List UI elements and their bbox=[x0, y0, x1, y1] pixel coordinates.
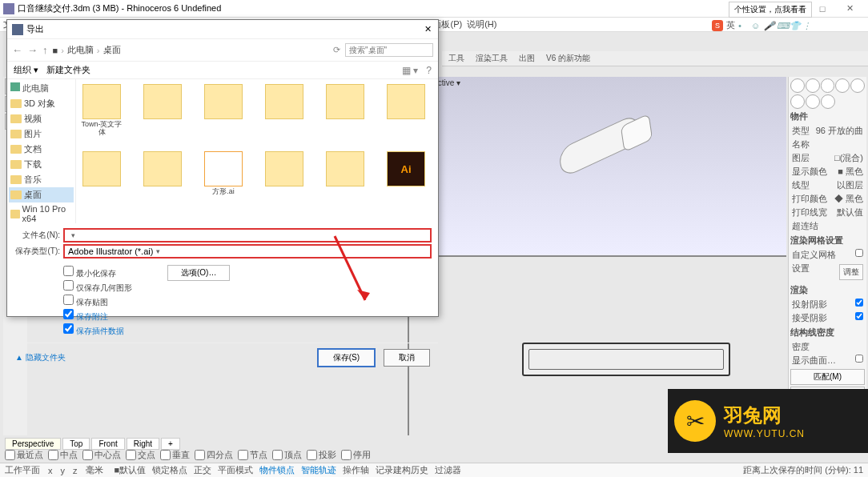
save-option-check[interactable] bbox=[63, 309, 74, 319]
filetype-select[interactable]: Adobe Illustrator (*.ai)▾ bbox=[63, 244, 432, 259]
panel-subtab-icon[interactable] bbox=[790, 94, 805, 109]
file-item[interactable]: Town-英文字体 bbox=[81, 84, 123, 137]
breadcrumb[interactable]: ■› 此电脑› 桌面 bbox=[53, 44, 329, 56]
save-option[interactable]: 保存贴图 bbox=[63, 295, 382, 308]
osnap-check[interactable] bbox=[126, 450, 136, 460]
file-item[interactable]: 方形.ai bbox=[203, 151, 244, 204]
showsurf-check[interactable] bbox=[855, 355, 863, 363]
panel-tab-icon[interactable] bbox=[806, 78, 820, 93]
osnap-item[interactable]: 四分点 bbox=[195, 449, 233, 461]
breadcrumb-item[interactable]: 此电脑 bbox=[67, 44, 94, 56]
sogou-icon[interactable]: S bbox=[712, 20, 723, 31]
view-tab[interactable]: Top bbox=[62, 438, 90, 450]
status-mode[interactable]: 记录建构历史 bbox=[372, 465, 432, 475]
newfolder-button[interactable]: 新建文件夹 bbox=[46, 64, 90, 76]
ime-icon-4[interactable]: ⌨ bbox=[777, 21, 786, 30]
refresh-icon[interactable]: ⟳ bbox=[333, 45, 340, 55]
sidebar-item[interactable]: 下载 bbox=[9, 157, 74, 172]
osnap-item[interactable]: 垂直 bbox=[160, 449, 190, 461]
osnap-check[interactable] bbox=[195, 450, 205, 460]
sidebar-header[interactable]: 此电脑 bbox=[22, 83, 49, 93]
recvshadow-check[interactable] bbox=[855, 312, 863, 320]
sidebar-item[interactable]: 视频 bbox=[9, 111, 74, 126]
status-mode[interactable]: 锁定格点 bbox=[149, 465, 191, 475]
sidebar-item[interactable]: 桌面 bbox=[9, 187, 74, 202]
adjust-button[interactable]: 调整 bbox=[839, 264, 863, 280]
osnap-check[interactable] bbox=[5, 450, 15, 460]
osnap-item[interactable]: 节点 bbox=[238, 449, 267, 461]
status-mode[interactable]: 过滤器 bbox=[432, 465, 464, 475]
save-option[interactable]: 保存附注 bbox=[63, 309, 382, 323]
save-option-check[interactable] bbox=[63, 323, 74, 334]
file-item[interactable] bbox=[81, 151, 123, 204]
save-button[interactable]: 保存(S) bbox=[317, 348, 376, 367]
nav-up-icon[interactable]: ↑ bbox=[42, 44, 48, 56]
file-item[interactable] bbox=[203, 84, 244, 137]
help-icon[interactable]: ? bbox=[426, 65, 432, 76]
menu-item[interactable]: 说明(H) bbox=[467, 18, 496, 30]
options-button[interactable]: 选项(O)… bbox=[167, 265, 230, 281]
osnap-check[interactable] bbox=[307, 450, 317, 460]
file-item[interactable] bbox=[324, 84, 366, 137]
status-mode[interactable]: ■默认值 bbox=[111, 465, 150, 475]
status-mode[interactable]: 物件锁点 bbox=[256, 465, 298, 475]
osnap-item[interactable]: 中心点 bbox=[82, 449, 121, 461]
osnap-check[interactable] bbox=[48, 450, 58, 460]
hide-folders-toggle[interactable]: ▲ 隐藏文件夹 bbox=[15, 352, 66, 363]
file-item[interactable] bbox=[263, 84, 305, 137]
osnap-item[interactable]: 交点 bbox=[126, 449, 155, 461]
sidebar-item[interactable]: 音乐 bbox=[9, 172, 74, 187]
ime-icon-6[interactable]: ⋮ bbox=[802, 21, 812, 30]
panel-tab-icon[interactable] bbox=[790, 78, 805, 93]
tooltip-settings[interactable]: 个性设置，点我看看 bbox=[729, 2, 812, 18]
view-tab[interactable]: Front bbox=[91, 438, 124, 450]
sidebar-item[interactable]: Win 10 Pro x64 bbox=[9, 202, 74, 223]
osnap-check[interactable] bbox=[238, 450, 248, 460]
status-mode[interactable]: 正交 bbox=[191, 465, 215, 475]
view-icon[interactable]: ▦ ▾ bbox=[402, 65, 418, 76]
panel-subtab-icon[interactable] bbox=[806, 94, 820, 109]
maximize-button[interactable]: □ bbox=[812, 2, 833, 16]
ime-icon-1[interactable]: • bbox=[738, 21, 748, 30]
osnap-check[interactable] bbox=[82, 450, 93, 460]
view-tab[interactable]: + bbox=[161, 438, 180, 450]
toolbar-tab[interactable]: 出图 bbox=[519, 53, 535, 64]
toolbar-tab[interactable]: 渲染工具 bbox=[476, 53, 508, 64]
file-item[interactable] bbox=[385, 84, 427, 137]
osnap-item[interactable]: 中点 bbox=[48, 449, 78, 461]
match-button[interactable]: 匹配(M) bbox=[790, 369, 865, 385]
ime-icon-5[interactable]: 👕 bbox=[790, 21, 799, 30]
panel-tab-icon[interactable] bbox=[850, 78, 865, 93]
save-option[interactable]: 仅保存几何图形 bbox=[63, 280, 382, 294]
status-mode[interactable]: 智能轨迹 bbox=[298, 465, 340, 475]
viewport-perspective[interactable]: Perspective ▾ bbox=[409, 77, 786, 255]
osnap-item[interactable]: 停用 bbox=[341, 449, 371, 461]
status-mode[interactable]: 平面模式 bbox=[215, 465, 256, 475]
search-input[interactable] bbox=[345, 43, 433, 57]
file-item[interactable]: Ai bbox=[385, 151, 427, 204]
filename-input[interactable]: ▾ bbox=[63, 228, 432, 243]
osnap-check[interactable] bbox=[341, 450, 352, 460]
panel-tab-icon[interactable] bbox=[821, 78, 835, 93]
status-mode[interactable]: 操作轴 bbox=[340, 465, 372, 475]
view-tab[interactable]: Right bbox=[127, 438, 159, 450]
ime-icon-3[interactable]: 🎤 bbox=[764, 21, 774, 30]
osnap-item[interactable]: 投影 bbox=[307, 449, 336, 461]
cancel-button[interactable]: 取消 bbox=[384, 349, 430, 367]
toolbar-tab[interactable]: 工具 bbox=[448, 53, 464, 64]
nav-fwd-icon[interactable]: → bbox=[27, 44, 38, 56]
sidebar-item[interactable]: 文档 bbox=[9, 142, 74, 157]
breadcrumb-item[interactable]: 桌面 bbox=[103, 44, 121, 56]
file-item[interactable] bbox=[142, 151, 183, 204]
osnap-item[interactable]: 最近点 bbox=[5, 449, 43, 461]
dialog-close-button[interactable]: ✕ bbox=[422, 24, 433, 35]
osnap-check[interactable] bbox=[272, 450, 283, 460]
nav-back-icon[interactable]: ← bbox=[12, 44, 22, 56]
sidebar-item[interactable]: 3D 对象 bbox=[9, 96, 74, 111]
file-item[interactable] bbox=[263, 151, 305, 204]
ime-icon-2[interactable]: ☺ bbox=[751, 21, 761, 30]
file-item[interactable] bbox=[324, 151, 366, 204]
custommesh-check[interactable] bbox=[855, 249, 863, 257]
save-option-check[interactable] bbox=[63, 280, 74, 291]
save-option[interactable]: 保存插件数据 bbox=[63, 323, 382, 337]
